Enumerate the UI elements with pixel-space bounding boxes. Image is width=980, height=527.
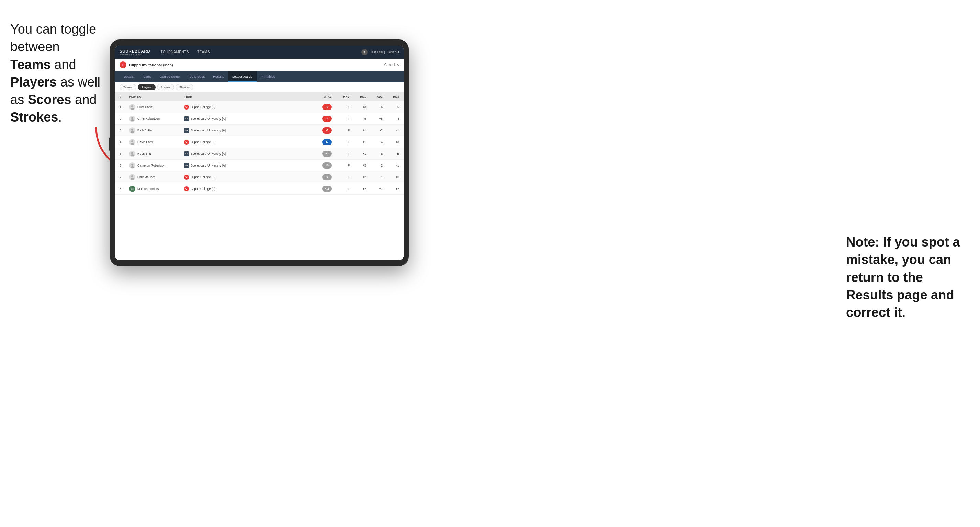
left-annotation: You can toggle between Teams and Players… bbox=[10, 21, 103, 126]
player-avatar bbox=[129, 151, 135, 157]
thru: F bbox=[332, 105, 350, 109]
tab-teams[interactable]: Teams bbox=[138, 71, 156, 82]
player-name: Cameron Robertson bbox=[137, 164, 165, 167]
player-avatar bbox=[129, 116, 135, 122]
team-name: Clippd College [A] bbox=[191, 187, 215, 190]
subtab-strokes[interactable]: Strokes bbox=[175, 84, 194, 90]
subtab-scores[interactable]: Scores bbox=[157, 84, 174, 90]
score-badge: -4 bbox=[322, 116, 332, 122]
col-rd2: RD2 bbox=[366, 95, 383, 98]
team-logo: C bbox=[184, 186, 189, 191]
player-avatar bbox=[129, 139, 135, 145]
rd2: -4 bbox=[366, 140, 383, 144]
score-badge: +6 bbox=[322, 162, 332, 168]
signout-button[interactable]: Sign out bbox=[388, 51, 399, 54]
tabs-bar: Details Teams Course Setup Tee Groups Re… bbox=[115, 71, 404, 82]
logo-sub-text: Powered by clippd bbox=[119, 53, 150, 56]
rd3: -1 bbox=[383, 129, 399, 132]
col-player: PLAYER bbox=[129, 95, 184, 98]
nav-teams[interactable]: TEAMS bbox=[193, 46, 214, 59]
subtab-teams[interactable]: Teams bbox=[119, 84, 136, 90]
player-name: David Ford bbox=[137, 140, 153, 144]
col-team: TEAM bbox=[184, 95, 253, 98]
svg-point-1 bbox=[131, 105, 133, 108]
score-badge: E bbox=[322, 139, 332, 145]
tournament-name: Clippd Invitational (Men) bbox=[129, 63, 173, 67]
team-cell: C Clippd College [A] bbox=[184, 140, 253, 144]
score-badge: -2 bbox=[322, 127, 332, 133]
player-cell: Blair McHarg bbox=[129, 174, 184, 180]
tab-leaderboards[interactable]: Leaderboards bbox=[228, 71, 256, 82]
rank: 3 bbox=[119, 129, 129, 132]
col-rank: # bbox=[119, 95, 129, 98]
svg-point-8 bbox=[130, 143, 134, 144]
rd3: E bbox=[383, 152, 399, 156]
header-user-text: Test User | bbox=[370, 51, 385, 54]
col-thru: THRU bbox=[332, 95, 350, 98]
table-row: 7 Blair McHarg C Clippd College [A] +8 F… bbox=[115, 171, 404, 183]
tab-course-setup[interactable]: Course Setup bbox=[156, 71, 184, 82]
team-logo: C bbox=[184, 105, 189, 110]
table-row: 4 David Ford C Clippd College [A] E F +1 bbox=[115, 136, 404, 148]
svg-point-5 bbox=[131, 129, 133, 131]
svg-point-4 bbox=[130, 119, 134, 121]
nav-tournaments[interactable]: TOURNAMENTS bbox=[156, 46, 193, 59]
team-cell: SB Scoreboard University [A] bbox=[184, 151, 253, 156]
rd3: +6 bbox=[383, 175, 399, 179]
subtab-players[interactable]: Players bbox=[138, 84, 156, 90]
team-logo: SB bbox=[184, 128, 189, 133]
player-name: Rees Britt bbox=[137, 152, 151, 156]
team-logo: SB bbox=[184, 163, 189, 168]
team-cell: SB Scoreboard University [A] bbox=[184, 163, 253, 168]
player-cell: Chris Robertson bbox=[129, 116, 184, 122]
rd2: -2 bbox=[366, 129, 383, 132]
player-avatar bbox=[129, 162, 135, 168]
player-cell: MT Marcus Turners bbox=[129, 186, 184, 192]
ipad-screen: SCOREBOARD Powered by clippd TOURNAMENTS… bbox=[115, 46, 404, 260]
col-rd1: RD1 bbox=[350, 95, 366, 98]
rd1: +1 bbox=[350, 129, 366, 132]
header-right: T Test User | Sign out bbox=[361, 49, 399, 55]
table-row: 6 Cameron Robertson SB Scoreboard Univer… bbox=[115, 160, 404, 171]
svg-point-10 bbox=[130, 154, 134, 156]
player-avatar bbox=[129, 104, 135, 110]
tab-tee-groups[interactable]: Tee Groups bbox=[184, 71, 209, 82]
tab-results[interactable]: Results bbox=[209, 71, 228, 82]
thru: F bbox=[332, 175, 350, 179]
team-cell: C Clippd College [A] bbox=[184, 186, 253, 191]
rd1: -5 bbox=[350, 117, 366, 121]
ipad-frame: SCOREBOARD Powered by clippd TOURNAMENTS… bbox=[110, 40, 409, 266]
player-cell: Elliot Ebert bbox=[129, 104, 184, 110]
team-cell: SB Scoreboard University [A] bbox=[184, 128, 253, 133]
table-row: 5 Rees Britt SB Scoreboard University [A… bbox=[115, 148, 404, 160]
total-cell: E bbox=[311, 139, 332, 145]
thru: F bbox=[332, 117, 350, 121]
table-row: 8 MT Marcus Turners C Clippd College [A]… bbox=[115, 183, 404, 195]
team-cell: C Clippd College [A] bbox=[184, 175, 253, 179]
rd3: +3 bbox=[383, 140, 399, 144]
tab-printables[interactable]: Printables bbox=[256, 71, 279, 82]
rank: 4 bbox=[119, 140, 129, 144]
rank: 2 bbox=[119, 117, 129, 121]
rd3: -1 bbox=[383, 164, 399, 167]
rd1: +3 bbox=[350, 105, 366, 109]
svg-point-13 bbox=[131, 175, 133, 178]
table-row: 3 Rich Butler SB Scoreboard University [… bbox=[115, 125, 404, 136]
score-badge: +1 bbox=[322, 151, 332, 157]
thru: F bbox=[332, 140, 350, 144]
rd1: +2 bbox=[350, 175, 366, 179]
score-badge: +11 bbox=[322, 186, 332, 192]
svg-point-9 bbox=[131, 152, 133, 154]
scoreboard-logo: SCOREBOARD Powered by clippd bbox=[119, 49, 150, 56]
total-cell: +1 bbox=[311, 151, 332, 157]
tab-details[interactable]: Details bbox=[119, 71, 138, 82]
rd3: -5 bbox=[383, 105, 399, 109]
col-total: TOTAL bbox=[311, 95, 332, 98]
table-row: 1 Elliot Ebert C Clippd College [A] -8 F… bbox=[115, 101, 404, 113]
svg-point-12 bbox=[130, 166, 134, 168]
cancel-button[interactable]: Cancel ✕ bbox=[384, 63, 399, 67]
score-badge: -8 bbox=[322, 104, 332, 110]
sub-tabs-bar: Teams Players Scores Strokes bbox=[115, 82, 404, 92]
rd2: E bbox=[366, 152, 383, 156]
player-cell: David Ford bbox=[129, 139, 184, 145]
